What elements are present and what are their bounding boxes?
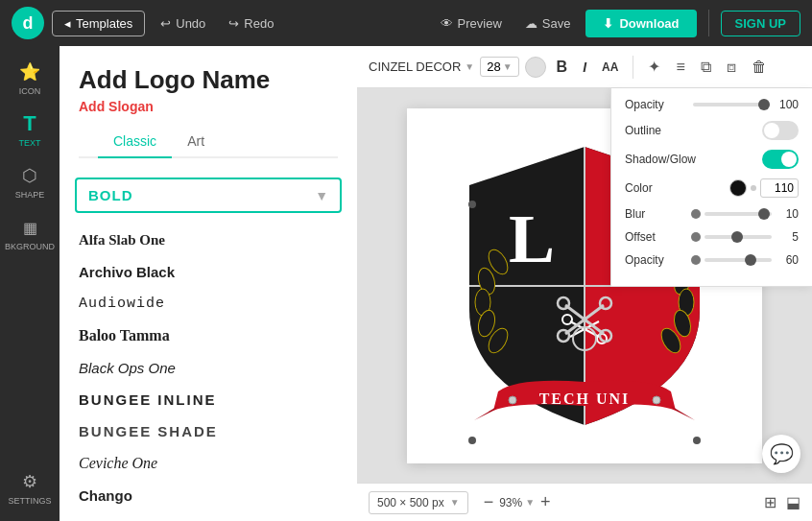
color-swatch[interactable] [729, 179, 747, 197]
zoom-in-button[interactable]: + [540, 492, 551, 512]
selection-handle-bl[interactable] [468, 437, 476, 444]
bold-button[interactable]: B [552, 56, 573, 79]
redo-button[interactable]: ↪ Redo [221, 12, 281, 36]
bkground-icon: ▦ [19, 217, 40, 238]
app-logo: d [12, 7, 44, 39]
left-panel-header: Add Logo Name Add Slogan Classic Art [60, 46, 357, 166]
zoom-controls: − 93% ▼ + [484, 492, 551, 512]
tab-art[interactable]: Art [172, 126, 220, 158]
blur-icon [691, 209, 701, 219]
align-icon-button[interactable]: ≡ [671, 56, 689, 79]
outline-row: Outline [625, 121, 799, 140]
opacity-thumb [758, 99, 770, 110]
outline-toggle-knob [764, 123, 779, 138]
shadow-glow-toggle-knob [781, 152, 797, 167]
offset-track[interactable] [705, 235, 772, 239]
opacity2-track[interactable] [705, 258, 772, 262]
opacity2-controls: 60 [691, 253, 799, 267]
blur-row: Blur 10 [625, 207, 799, 221]
list-item[interactable]: Audiowide [60, 288, 357, 320]
format-font-size[interactable]: 28 ▼ [480, 57, 518, 77]
sidebar-item-settings[interactable]: ⚙ SETTINGS [0, 463, 60, 521]
opacity-label: Opacity [625, 98, 664, 111]
list-item[interactable]: Alfa Slab One [60, 225, 357, 256]
opacity2-icon [691, 255, 701, 265]
color-row: Color [625, 178, 799, 198]
color-dot[interactable] [751, 185, 756, 191]
download-button[interactable]: ⬇ Download [585, 10, 696, 37]
svg-text:TECH UNI: TECH UNI [539, 391, 631, 407]
format-color-circle[interactable] [525, 57, 546, 78]
aa-button[interactable]: AA [597, 58, 623, 77]
preview-button[interactable]: 👁 Preview [433, 12, 510, 36]
undo-button[interactable]: ↩ Undo [153, 12, 213, 36]
list-item[interactable]: Chango [60, 480, 357, 511]
opacity-value: 100 [776, 98, 799, 111]
list-item[interactable]: Archivo Black [60, 256, 357, 288]
color-controls [729, 178, 799, 198]
zoom-out-button[interactable]: − [484, 492, 494, 512]
font-selector[interactable]: BOLD ▼ [75, 178, 342, 213]
left-panel: Add Logo Name Add Slogan Classic Art BOL… [60, 46, 357, 521]
offset-label: Offset [625, 230, 656, 244]
font-list: Alfa Slab One Archivo Black Audiowide Ba… [60, 221, 357, 521]
duplicate-icon-button[interactable]: ⧈ [722, 56, 741, 79]
list-item[interactable]: Ceviche One [60, 447, 357, 480]
list-item[interactable]: Baloo Tamma [60, 320, 357, 352]
sidebar-item-shape-label: SHAPE [15, 190, 45, 200]
sparkle-icon-button[interactable]: ✦ [643, 55, 665, 79]
canvas-size-button[interactable]: 500 × 500 px ▼ [369, 491, 468, 514]
svg-point-26 [653, 396, 660, 404]
grid-button[interactable]: ⊞ [764, 493, 776, 511]
canvas-area: CINZEL DECOR ▼ 28 ▼ B I AA ✦ ≡ ⧉ ⧈ 🗑 Opa… [357, 46, 812, 521]
format-font-name[interactable]: CINZEL DECOR ▼ [369, 59, 474, 74]
logo-name-title[interactable]: Add Logo Name [79, 65, 338, 95]
list-item[interactable]: Black Ops One [60, 352, 357, 384]
offset-value: 5 [776, 230, 799, 244]
undo-label: Undo [176, 16, 205, 31]
sidebar-item-bkground-label: BKGROUND [5, 242, 55, 251]
color-value-input[interactable] [760, 178, 799, 198]
opacity2-row: Opacity 60 [625, 253, 799, 267]
align-bottom-button[interactable]: ⬓ [786, 493, 800, 511]
shadow-glow-label: Shadow/Glow [625, 153, 696, 166]
sidebar-item-shape[interactable]: ⬡ SHAPE [0, 157, 60, 207]
opacity2-label: Opacity [625, 253, 664, 267]
outline-toggle[interactable] [762, 121, 799, 140]
tab-classic[interactable]: Classic [98, 126, 172, 158]
save-label: Save [542, 16, 571, 31]
logo-char: d [23, 13, 34, 34]
status-right: ⊞ ⬓ [764, 493, 800, 511]
selection-handle-tl[interactable] [468, 201, 476, 208]
outline-label: Outline [625, 124, 661, 137]
list-item[interactable]: BUNGEE INLINE [60, 384, 357, 415]
font-selector-label: BOLD [88, 187, 133, 203]
list-item[interactable]: BUNGEE SHADE [60, 415, 357, 447]
sidebar-item-bkground[interactable]: ▦ BKGROUND [0, 209, 60, 259]
opacity-slider[interactable]: 100 [693, 98, 799, 111]
main-toolbar: d ◂ Templates ↩ Undo ↪ Redo 👁 Preview ☁ … [0, 0, 812, 46]
sidebar-item-text[interactable]: T TEXT [0, 106, 60, 155]
chat-bubble-button[interactable]: 💬 [762, 435, 800, 473]
italic-button[interactable]: I [578, 57, 591, 78]
layers-icon-button[interactable]: ⧉ [696, 56, 716, 79]
icon-icon: ⭐ [19, 61, 40, 83]
toolbar-divider [708, 10, 709, 36]
shadow-glow-toggle[interactable] [762, 150, 799, 169]
blur-track[interactable] [705, 212, 772, 216]
format-separator [633, 56, 633, 79]
undo-icon: ↩ [160, 16, 171, 31]
zoom-percentage: 93% [499, 496, 522, 509]
sidebar-item-icon[interactable]: ⭐ ICON [0, 54, 60, 104]
logo-slogan[interactable]: Add Slogan [79, 99, 338, 114]
selection-handle-br[interactable] [693, 437, 701, 444]
templates-button[interactable]: ◂ Templates [52, 11, 145, 36]
list-item[interactable]: Chewy [60, 511, 357, 521]
save-button[interactable]: ☁ Save [517, 12, 579, 36]
signup-button[interactable]: SIGN UP [721, 11, 800, 36]
font-name-value: CINZEL DECOR [369, 59, 461, 74]
delete-icon-button[interactable]: 🗑 [747, 56, 772, 79]
opacity2-value: 60 [776, 253, 799, 267]
status-bar: 500 × 500 px ▼ − 93% ▼ + ⊞ ⬓ [357, 483, 812, 521]
zoom-value-display[interactable]: 93% ▼ [499, 496, 535, 509]
